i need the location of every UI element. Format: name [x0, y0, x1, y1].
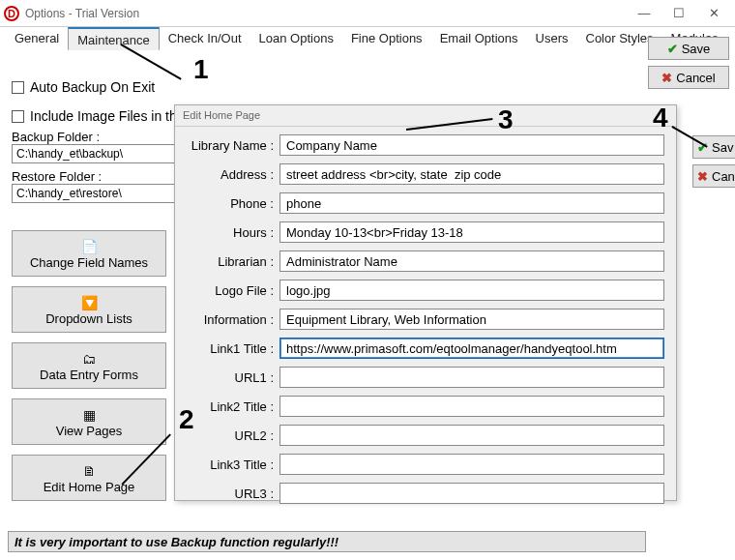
- window-title: Options - Trial Version: [25, 7, 139, 20]
- library-name-input[interactable]: [279, 134, 664, 156]
- footer-warning: It is very important to use Backup funct…: [8, 531, 646, 552]
- link3-title-label: Link3 Title :: [187, 457, 279, 472]
- auto-backup-row: Auto Backup On Exit: [12, 79, 723, 95]
- tab-maintenance[interactable]: Maintenance: [68, 27, 159, 50]
- url2-input[interactable]: [279, 425, 664, 446]
- tab-general[interactable]: General: [6, 27, 68, 50]
- information-input[interactable]: [279, 309, 664, 330]
- data-entry-forms-button[interactable]: 🗂 Data Entry Forms: [12, 342, 166, 389]
- link1-title-input[interactable]: [279, 338, 664, 359]
- minimize-button[interactable]: —: [627, 4, 662, 23]
- link1-title-label: Link1 Title :: [187, 341, 279, 356]
- window-titlebar: D Options - Trial Version — ☐ ✕: [0, 0, 735, 27]
- maximize-button[interactable]: ☐: [662, 4, 696, 23]
- link2-title-label: Link2 Title :: [187, 399, 279, 414]
- address-label: Address :: [187, 167, 279, 182]
- close-button[interactable]: ✕: [696, 4, 731, 23]
- hours-label: Hours :: [187, 225, 279, 240]
- view-pages-button[interactable]: ▦ View Pages: [12, 398, 166, 445]
- logo-file-input[interactable]: [279, 280, 664, 301]
- url1-label: URL1 :: [187, 370, 279, 385]
- tab-email-options[interactable]: Email Options: [431, 27, 527, 50]
- annotation-3: 3: [498, 104, 514, 135]
- edit-home-page-label: Edit Home Page: [44, 480, 135, 494]
- tab-fine-options[interactable]: Fine Options: [342, 27, 431, 50]
- phone-input[interactable]: [279, 192, 664, 214]
- url3-input[interactable]: [279, 483, 664, 504]
- link3-title-input[interactable]: [279, 454, 664, 475]
- tab-checkinout[interactable]: Check In/Out: [160, 27, 250, 50]
- data-entry-forms-label: Data Entry Forms: [40, 368, 138, 382]
- app-icon: D: [4, 6, 19, 21]
- tab-loan-options[interactable]: Loan Options: [250, 27, 342, 50]
- form-icon: 🗂: [82, 350, 96, 368]
- annotation-2: 2: [179, 404, 194, 435]
- tab-users[interactable]: Users: [527, 27, 577, 50]
- library-name-label: Library Name :: [187, 138, 279, 153]
- change-field-names-button[interactable]: 📄 Change Field Names: [12, 230, 166, 277]
- edit-home-page-dialog: Edit Home Page Library Name : Address : …: [174, 104, 677, 501]
- auto-backup-checkbox[interactable]: [12, 81, 24, 94]
- url3-label: URL3 :: [187, 486, 279, 501]
- grid-icon: ▦: [83, 406, 96, 424]
- phone-label: Phone :: [187, 196, 279, 211]
- page-icon: 🗎: [82, 462, 96, 480]
- logo-file-label: Logo File :: [187, 283, 279, 298]
- dialog-title: Edit Home Page: [175, 105, 676, 127]
- librarian-input[interactable]: [279, 251, 664, 272]
- url1-input[interactable]: [279, 367, 664, 388]
- dropdown-lists-button[interactable]: 🔽 Dropdown Lists: [12, 286, 166, 333]
- change-field-names-label: Change Field Names: [30, 255, 148, 270]
- dropdown-lists-label: Dropdown Lists: [45, 311, 132, 326]
- annotation-1: 1: [193, 54, 209, 85]
- include-image-label: Include Image Files in the: [30, 108, 185, 124]
- hours-input[interactable]: [279, 221, 664, 243]
- librarian-label: Librarian :: [187, 254, 279, 269]
- list-icon: 🔽: [81, 294, 98, 311]
- link2-title-input[interactable]: [279, 396, 664, 417]
- address-input[interactable]: [279, 163, 664, 185]
- view-pages-label: View Pages: [56, 424, 122, 438]
- information-label: Information :: [187, 312, 279, 327]
- auto-backup-label: Auto Backup On Exit: [30, 79, 155, 95]
- url2-label: URL2 :: [187, 428, 279, 443]
- include-image-checkbox[interactable]: [12, 110, 24, 123]
- dialog-body: Library Name : Address : Phone : Hours :…: [175, 127, 676, 519]
- tab-bar: General Maintenance Check In/Out Loan Op…: [0, 27, 735, 50]
- document-icon: 📄: [81, 238, 98, 255]
- annotation-4: 4: [653, 103, 668, 133]
